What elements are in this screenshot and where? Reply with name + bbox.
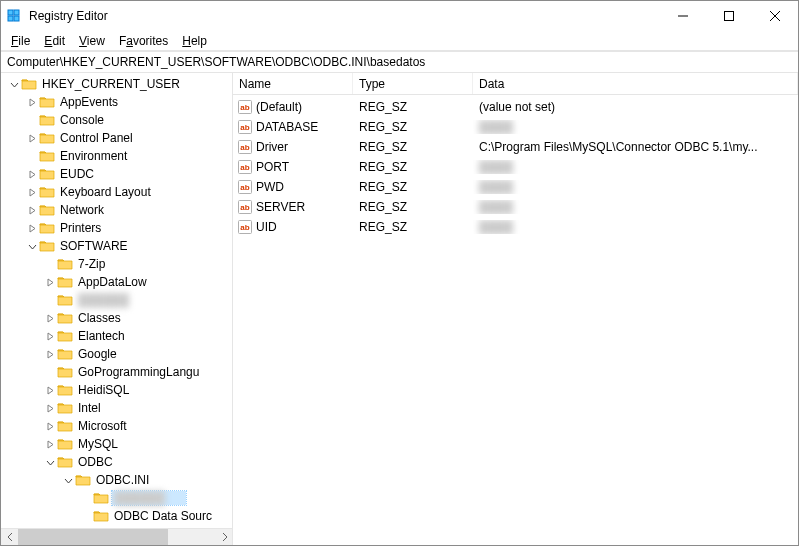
- maximize-button[interactable]: [706, 1, 752, 31]
- tree-node[interactable]: Network: [1, 201, 232, 219]
- reg-string-icon: ab: [237, 219, 253, 235]
- scroll-thumb[interactable]: [18, 529, 168, 545]
- folder-icon: [57, 311, 73, 325]
- svg-text:ab: ab: [240, 143, 249, 152]
- tree-node-label: Elantech: [76, 329, 127, 343]
- tree-node[interactable]: ODBC Data Sourc: [1, 507, 232, 525]
- folder-icon: [39, 239, 55, 253]
- tree-node-label: 7-Zip: [76, 257, 107, 271]
- tree-node[interactable]: SOFTWARE: [1, 237, 232, 255]
- tree-node-label: Environment: [58, 149, 129, 163]
- address-bar[interactable]: Computer\HKEY_CURRENT_USER\SOFTWARE\ODBC…: [1, 51, 798, 73]
- value-name-cell: ab(Default): [233, 99, 353, 115]
- value-type-cell: REG_SZ: [353, 120, 473, 134]
- value-row[interactable]: abSERVERREG_SZ████: [233, 197, 798, 217]
- tree-node-label: ODBC Data Sourc: [112, 509, 214, 523]
- chevron-down-icon[interactable]: [43, 458, 57, 467]
- tree-node[interactable]: HeidiSQL: [1, 381, 232, 399]
- tree-node[interactable]: ODBC.INI: [1, 471, 232, 489]
- tree-node-label: ██████: [76, 293, 150, 307]
- folder-icon: [57, 401, 73, 415]
- chevron-down-icon[interactable]: [25, 242, 39, 251]
- menu-favorites[interactable]: Favorites: [113, 33, 174, 49]
- scroll-track[interactable]: [18, 529, 216, 545]
- scroll-right-button[interactable]: [216, 529, 233, 545]
- tree-node[interactable]: 7-Zip: [1, 255, 232, 273]
- menu-file[interactable]: File: [5, 33, 36, 49]
- chevron-right-icon[interactable]: [43, 332, 57, 341]
- tree-hscrollbar[interactable]: [1, 528, 233, 545]
- chevron-down-icon[interactable]: [7, 80, 21, 89]
- chevron-right-icon[interactable]: [43, 386, 57, 395]
- value-name: SERVER: [256, 200, 305, 214]
- value-row[interactable]: abDriverREG_SZC:\Program Files\MySQL\Con…: [233, 137, 798, 157]
- column-header-name[interactable]: Name: [233, 73, 353, 94]
- menu-help[interactable]: Help: [176, 33, 213, 49]
- chevron-right-icon[interactable]: [25, 206, 39, 215]
- tree-node[interactable]: Classes: [1, 309, 232, 327]
- menu-view[interactable]: View: [73, 33, 111, 49]
- tree-node[interactable]: EUDC: [1, 165, 232, 183]
- value-name: UID: [256, 220, 277, 234]
- tree-node[interactable]: ██████: [1, 291, 232, 309]
- value-row[interactable]: abPORTREG_SZ████: [233, 157, 798, 177]
- tree-node-label: Classes: [76, 311, 123, 325]
- tree-node[interactable]: Intel: [1, 399, 232, 417]
- folder-icon: [39, 185, 55, 199]
- svg-text:ab: ab: [240, 163, 249, 172]
- tree-node[interactable]: Google: [1, 345, 232, 363]
- tree-node[interactable]: Console: [1, 111, 232, 129]
- value-type-cell: REG_SZ: [353, 220, 473, 234]
- column-headers: Name Type Data: [233, 73, 798, 95]
- value-row[interactable]: abDATABASEREG_SZ████: [233, 117, 798, 137]
- value-type-cell: REG_SZ: [353, 160, 473, 174]
- column-header-type[interactable]: Type: [353, 73, 473, 94]
- menu-edit[interactable]: Edit: [38, 33, 71, 49]
- chevron-right-icon[interactable]: [43, 404, 57, 413]
- value-name-cell: abPWD: [233, 179, 353, 195]
- tree-node[interactable]: AppDataLow: [1, 273, 232, 291]
- tree-pane[interactable]: HKEY_CURRENT_USERAppEventsConsoleControl…: [1, 73, 233, 545]
- minimize-button[interactable]: [660, 1, 706, 31]
- chevron-right-icon[interactable]: [43, 422, 57, 431]
- tree-node[interactable]: Printers: [1, 219, 232, 237]
- values-pane[interactable]: Name Type Data ab(Default)REG_SZ(value n…: [233, 73, 798, 545]
- value-row[interactable]: ab(Default)REG_SZ(value not set): [233, 97, 798, 117]
- value-type-cell: REG_SZ: [353, 140, 473, 154]
- chevron-right-icon[interactable]: [43, 440, 57, 449]
- close-button[interactable]: [752, 1, 798, 31]
- chevron-right-icon[interactable]: [25, 170, 39, 179]
- tree-node[interactable]: ██████: [1, 489, 232, 507]
- tree-node[interactable]: HKEY_CURRENT_USER: [1, 75, 232, 93]
- chevron-down-icon[interactable]: [61, 476, 75, 485]
- value-data-cell: ████: [473, 120, 798, 134]
- tree-node[interactable]: ODBC: [1, 453, 232, 471]
- value-row[interactable]: abUIDREG_SZ████: [233, 217, 798, 237]
- chevron-right-icon[interactable]: [25, 98, 39, 107]
- tree-node[interactable]: GoProgrammingLangu: [1, 363, 232, 381]
- chevron-right-icon[interactable]: [43, 278, 57, 287]
- column-header-data[interactable]: Data: [473, 73, 798, 94]
- tree-node[interactable]: Environment: [1, 147, 232, 165]
- tree-node[interactable]: Elantech: [1, 327, 232, 345]
- svg-text:ab: ab: [240, 203, 249, 212]
- chevron-right-icon[interactable]: [43, 314, 57, 323]
- chevron-right-icon[interactable]: [25, 188, 39, 197]
- value-row[interactable]: abPWDREG_SZ████: [233, 177, 798, 197]
- chevron-right-icon[interactable]: [25, 134, 39, 143]
- scroll-left-button[interactable]: [1, 529, 18, 545]
- svg-text:ab: ab: [240, 103, 249, 112]
- content-area: HKEY_CURRENT_USERAppEventsConsoleControl…: [1, 73, 798, 545]
- tree-node[interactable]: MySQL: [1, 435, 232, 453]
- registry-editor-window: Registry Editor File Edit View Favorites…: [0, 0, 799, 546]
- tree-node[interactable]: AppEvents: [1, 93, 232, 111]
- tree-node[interactable]: Keyboard Layout: [1, 183, 232, 201]
- chevron-right-icon[interactable]: [43, 350, 57, 359]
- folder-icon: [39, 221, 55, 235]
- folder-icon: [57, 419, 73, 433]
- chevron-right-icon[interactable]: [25, 224, 39, 233]
- tree-node[interactable]: Control Panel: [1, 129, 232, 147]
- folder-icon: [57, 329, 73, 343]
- svg-rect-2: [8, 16, 13, 21]
- tree-node[interactable]: Microsoft: [1, 417, 232, 435]
